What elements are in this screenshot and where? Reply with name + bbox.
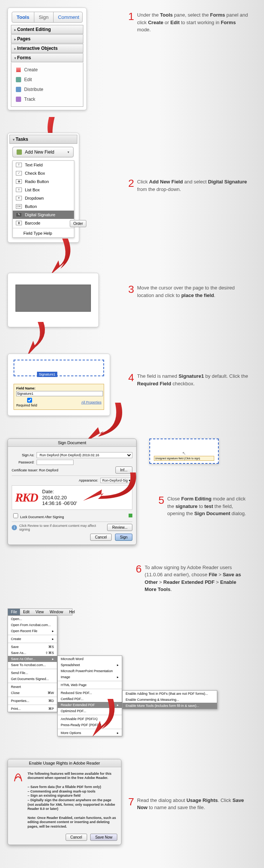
tab-sign[interactable]: Sign [34,12,54,22]
menu-enable-adding-text[interactable]: Enable Adding Text in PDFs (that are not… [123,691,217,697]
step-text: Under the Tools pane, select the Forms p… [137,11,249,34]
step-number: 5 [158,495,164,506]
menu-save-as-other[interactable]: Save As Other...▸ [8,656,57,662]
page-canvas[interactable] [8,273,99,327]
field-name-label: Field Name: [16,386,101,390]
usage-rights-dialog: Enable Usage Rights in Adobe Reader The … [8,759,121,845]
menu-edit[interactable]: Edit [20,609,32,615]
step-number: 3 [128,284,134,295]
add-field-icon [17,149,22,155]
forms-create[interactable]: Create [14,65,83,75]
menu-help[interactable]: Hel [66,609,78,615]
acc-forms[interactable]: Forms [11,53,83,62]
field-dropdown[interactable]: ▾Dropdown [13,194,74,202]
sign-button[interactable]: Sign [115,534,132,541]
acc-content-editing[interactable]: Content Editing [11,25,83,34]
field-listbox[interactable]: ≡List Box [13,186,74,194]
create-icon [16,67,21,72]
menu-ppt[interactable]: Microsoft PowerPoint Presentation [58,668,122,674]
menu-get-signed[interactable]: Get Documents Signed... [8,676,57,682]
field-name-input[interactable] [16,391,103,396]
acc-interactive-objects[interactable]: Interactive Objects [11,44,83,53]
required-field-checkbox[interactable]: Required field [16,397,43,407]
menu-view[interactable]: View [32,609,47,615]
save-as-other-submenu: Microsoft Word Spreadsheet▸ Microsoft Po… [57,656,122,736]
all-properties-link[interactable]: All Properties [81,400,101,404]
menu-file[interactable]: File [8,609,20,615]
step-text: Close Form Editing mode and click the si… [167,495,249,517]
menu-close[interactable]: Close⌘W [8,690,57,696]
menu-enable-more-tools[interactable]: Enable More Tools (includes form fill-in… [123,703,217,709]
unsigned-signature-field[interactable]: ↖ Unsigned signature field (Click to sig… [149,439,219,464]
usage-text: The following features will become avail… [28,772,117,829]
menu-window[interactable]: Window [47,609,66,615]
step-number: 1 [128,11,134,22]
sign-as-select[interactable]: Ron Depford (Ron Depford) 2019.02.16 [37,452,132,458]
appearance-select[interactable]: Ron-Depford-Sig ▾ [100,478,132,483]
menu-properties[interactable]: Properties...⌘D [8,698,57,704]
distribute-icon [16,87,21,92]
step-number: 6 [136,564,142,574]
info-button[interactable]: Inf... [115,466,132,474]
menu-optimized[interactable]: Optimized PDF... [58,708,122,714]
acc-pages[interactable]: Pages [11,34,83,43]
menu-print[interactable]: Print...⌘P [8,706,57,712]
menu-open[interactable]: Open... [8,616,57,622]
menu-save[interactable]: Save⌘S [8,644,57,650]
file-menu: Open... Open From Acrobat.com... Open Re… [8,616,57,712]
step-number: 2 [128,178,134,189]
menu-revert[interactable]: Revert [8,684,57,690]
field-text[interactable]: TText Field [13,161,74,169]
menu-certified[interactable]: Certified PDF... [58,696,122,702]
field-digital-signature[interactable]: ✎Digital Signature [13,211,74,219]
menu-reader-extended[interactable]: Reader Extended PDF▸ [58,702,122,708]
dialog-title: Sign Document [8,439,136,447]
menu-more-options[interactable]: More Options▸ [58,730,122,736]
menu-open-recent[interactable]: Open Recent File▸ [8,628,57,634]
dialog-title: Enable Usage Rights in Adobe Reader [8,759,121,767]
tab-order-button[interactable]: Order [70,220,86,227]
field-radio[interactable]: ◉Radio Button [13,177,74,186]
tasks-pane: Tasks Add New Field TText Field ✓Check B… [8,133,79,243]
field-barcode[interactable]: ▮Barcode [13,219,74,227]
signature-field[interactable]: Signature1 [14,360,104,376]
lock-document-checkbox[interactable]: Lock Document After Signing [12,512,64,519]
forms-edit[interactable]: Edit [14,75,83,85]
field-button[interactable]: OKButton [13,202,74,211]
tab-tools[interactable]: Tools [12,12,34,22]
tab-comment[interactable]: Comment [54,12,84,22]
password-input[interactable] [37,460,74,465]
menubar: File Edit View Window Hel [8,608,72,616]
menu-spreadsheet[interactable]: Spreadsheet▸ [58,662,122,668]
save-now-button[interactable]: Save Now [90,834,117,841]
cert-issuer: Certificate Issuer: Ron Depford [12,468,58,472]
menu-word[interactable]: Microsoft Word [58,656,122,662]
status-indicator [129,514,132,517]
review-message: Click Review to see if document content … [19,524,103,531]
review-button[interactable]: Review... [107,524,132,531]
menu-send-file[interactable]: Send File... [8,670,57,676]
menu-archival[interactable]: Archivable PDF (PDF/A) [58,716,122,722]
menu-save-as[interactable]: Save As...⇧⌘S [8,650,57,656]
cancel-button[interactable]: Cancel [66,834,87,841]
menu-save-acrobat[interactable]: Save To Acrobat.com... [8,662,57,668]
tools-pane: Tools Sign Comment Content Editing Pages… [8,8,87,110]
menu-create[interactable]: Create▸ [8,636,57,642]
field-checkbox[interactable]: ✓Check Box [13,169,74,177]
edit-icon [16,77,21,82]
field-type-help[interactable]: Field Type Help [13,229,74,237]
forms-distribute[interactable]: Distribute [14,85,83,94]
menu-open-acrobat[interactable]: Open From Acrobat.com... [8,622,57,628]
cancel-button[interactable]: Cancel [90,534,112,541]
panel-tabs: Tools Sign Comment [12,12,83,23]
menu-image[interactable]: Image▸ [58,674,122,680]
forms-track[interactable]: Track [14,94,83,104]
field-placement-rect [15,285,91,312]
add-new-field-button[interactable]: Add New Field [12,147,74,157]
menu-html[interactable]: HTML Web Page [58,682,122,688]
tasks-header[interactable]: Tasks [9,135,77,144]
menu-reduced[interactable]: Reduced Size PDF... [58,690,122,696]
step-text: The field is named Signature1 by default… [137,372,249,387]
menu-enable-commenting[interactable]: Enable Commenting & Measuring... [123,697,217,703]
menu-press[interactable]: Press-Ready PDF (PDF/X) [58,722,122,728]
